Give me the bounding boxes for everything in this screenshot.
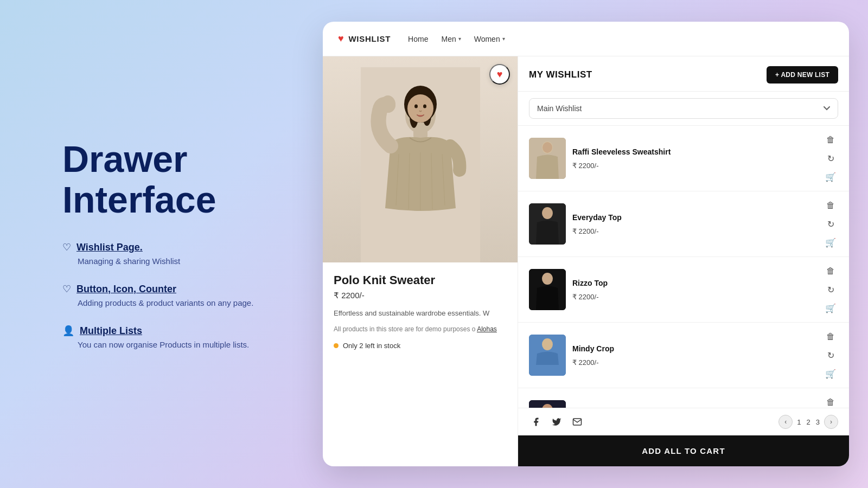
item-name-4: Mindy Crop bbox=[572, 344, 816, 353]
item-actions-1: 🗑 ↻ 🛒 bbox=[823, 132, 838, 184]
wishlist-item: Mindy Crop ₹ 2200/- 🗑 ↻ 🛒 bbox=[518, 323, 849, 388]
wishlist-select-wrapper: Main Wishlist Favorites Later bbox=[518, 92, 849, 126]
feature-title-2[interactable]: Button, Icon, Counter bbox=[76, 284, 176, 295]
wishlist-social-bar: ‹ 1 2 3 › bbox=[518, 408, 849, 435]
page-2[interactable]: 2 bbox=[806, 418, 812, 426]
heart-logo-icon: ♥ bbox=[338, 33, 344, 44]
svg-point-17 bbox=[542, 142, 552, 153]
delete-item-2-button[interactable]: 🗑 bbox=[823, 198, 838, 213]
nav-link-men[interactable]: Men ▾ bbox=[441, 35, 461, 43]
feature-list: ♡ Wishlist Page. Managing & sharing Wish… bbox=[62, 241, 290, 349]
item-price-2: ₹ 2200/- bbox=[572, 227, 816, 235]
wishlist-item: Raffi Sleeveless Sweatshirt ₹ 2200/- 🗑 ↻… bbox=[518, 126, 849, 191]
main-title: Drawer Interface bbox=[62, 139, 290, 220]
delete-item-4-button[interactable]: 🗑 bbox=[823, 329, 838, 344]
cart-item-4-button[interactable]: 🛒 bbox=[823, 366, 838, 381]
feature-title-3[interactable]: Multiple Lists bbox=[80, 325, 142, 337]
refresh-item-4-button[interactable]: ↻ bbox=[823, 348, 838, 363]
product-note-link[interactable]: Alohas bbox=[477, 325, 497, 333]
wishlist-title: MY WISHLIST bbox=[529, 69, 592, 80]
content-area: ♥ Polo Knit Sweater ₹ 2200/- Effortless … bbox=[323, 56, 849, 466]
wishlist-heart-button[interactable]: ♥ bbox=[489, 64, 510, 85]
product-panel: ♥ Polo Knit Sweater ₹ 2200/- Effortless … bbox=[323, 56, 518, 466]
nav-link-home[interactable]: Home bbox=[408, 35, 428, 43]
nav-link-women[interactable]: Women ▾ bbox=[474, 35, 505, 43]
feature-desc-2: Adding products & product variants on an… bbox=[78, 298, 290, 307]
refresh-item-2-button[interactable]: ↻ bbox=[823, 216, 838, 232]
feature-title-1[interactable]: Wishlist Page. bbox=[76, 242, 143, 253]
stock-text: Only 2 left in stock bbox=[343, 342, 400, 350]
product-info: Polo Knit Sweater ₹ 2200/- Effortless an… bbox=[323, 262, 518, 466]
feature-item-button: ♡ Button, Icon, Counter Adding products … bbox=[62, 283, 290, 307]
delete-item-1-button[interactable]: 🗑 bbox=[823, 132, 838, 147]
wishlist-panel: MY WISHLIST + ADD NEW LIST Main Wishlist… bbox=[518, 56, 849, 466]
cart-item-1-button[interactable]: 🛒 bbox=[823, 169, 838, 184]
svg-point-3 bbox=[380, 95, 395, 113]
svg-point-8 bbox=[414, 105, 418, 108]
svg-point-26 bbox=[542, 339, 552, 350]
svg-point-7 bbox=[407, 94, 433, 123]
page-3[interactable]: 3 bbox=[815, 418, 821, 426]
item-name-2: Everyday Top bbox=[572, 213, 816, 222]
item-thumbnail-1 bbox=[529, 138, 566, 179]
feature-item-wishlist: ♡ Wishlist Page. Managing & sharing Wish… bbox=[62, 241, 290, 266]
delete-item-5-button[interactable]: 🗑 bbox=[823, 395, 838, 408]
product-description: Effortless and sustainable wardrobe esse… bbox=[334, 308, 507, 319]
feature-desc-3: You can now organise Products in multipl… bbox=[78, 340, 290, 349]
cart-item-3-button[interactable]: 🛒 bbox=[823, 300, 838, 316]
item-thumbnail-3 bbox=[529, 269, 566, 310]
pagination: ‹ 1 2 3 › bbox=[778, 415, 838, 429]
svg-point-20 bbox=[542, 208, 552, 219]
nav-links: Home Men ▾ Women ▾ bbox=[408, 35, 834, 43]
item-name-1: Raffi Sleeveless Sweatshirt bbox=[572, 147, 816, 156]
item-actions-2: 🗑 ↻ 🛒 bbox=[823, 198, 838, 250]
item-details-3: Rizzo Top ₹ 2200/- bbox=[572, 279, 816, 301]
twitter-icon[interactable] bbox=[550, 415, 564, 429]
page-1[interactable]: 1 bbox=[796, 418, 802, 426]
social-icons bbox=[529, 415, 584, 429]
svg-point-23 bbox=[542, 273, 552, 284]
ui-card: ♥ WISHLIST Home Men ▾ Women ▾ bbox=[323, 22, 849, 466]
item-actions-4: 🗑 ↻ 🛒 bbox=[823, 329, 838, 381]
wishlist-item: Tasha Top ₹ 2200/- 🗑 ↻ 🛒 bbox=[518, 388, 849, 408]
item-actions-3: 🗑 ↻ 🛒 bbox=[823, 264, 838, 316]
product-note: All products in this store are for demo … bbox=[334, 325, 507, 333]
refresh-item-3-button[interactable]: ↻ bbox=[823, 282, 838, 297]
refresh-item-1-button[interactable]: ↻ bbox=[823, 151, 838, 166]
nav-logo-text: WISHLIST bbox=[348, 34, 391, 43]
cart-item-2-button[interactable]: 🛒 bbox=[823, 235, 838, 250]
facebook-icon[interactable] bbox=[529, 415, 543, 429]
wishlist-items: Raffi Sleeveless Sweatshirt ₹ 2200/- 🗑 ↻… bbox=[518, 126, 849, 408]
prev-page-button[interactable]: ‹ bbox=[778, 415, 793, 429]
wishlist-footer: ‹ 1 2 3 › ADD ALL TO CART bbox=[518, 408, 849, 466]
item-details-1: Raffi Sleeveless Sweatshirt ₹ 2200/- bbox=[572, 147, 816, 170]
stock-dot-icon bbox=[334, 343, 339, 348]
nav-bar: ♥ WISHLIST Home Men ▾ Women ▾ bbox=[323, 22, 849, 56]
product-figure-svg bbox=[361, 67, 480, 262]
product-image bbox=[323, 56, 518, 262]
left-panel: Drawer Interface ♡ Wishlist Page. Managi… bbox=[19, 106, 323, 382]
delete-item-3-button[interactable]: 🗑 bbox=[823, 264, 838, 279]
heart-outline-icon-2: ♡ bbox=[62, 283, 71, 295]
svg-rect-2 bbox=[413, 128, 427, 138]
item-details-2: Everyday Top ₹ 2200/- bbox=[572, 213, 816, 235]
next-page-button[interactable]: › bbox=[824, 415, 838, 429]
add-all-to-cart-button[interactable]: ADD ALL TO CART bbox=[518, 435, 849, 466]
item-price-1: ₹ 2200/- bbox=[572, 162, 816, 170]
feature-item-multiple: 👤 Multiple Lists You can now organise Pr… bbox=[62, 325, 290, 349]
email-icon[interactable] bbox=[570, 415, 584, 429]
item-thumbnail-4 bbox=[529, 335, 566, 376]
product-price: ₹ 2200/- bbox=[334, 291, 507, 300]
item-name-3: Rizzo Top bbox=[572, 279, 816, 287]
user-icon: 👤 bbox=[62, 325, 74, 337]
wishlist-header: MY WISHLIST + ADD NEW LIST bbox=[518, 56, 849, 92]
item-price-3: ₹ 2200/- bbox=[572, 293, 816, 301]
item-actions-5: 🗑 ↻ 🛒 bbox=[823, 395, 838, 408]
feature-desc-1: Managing & sharing Wishlist bbox=[78, 256, 290, 266]
wishlist-select[interactable]: Main Wishlist Favorites Later bbox=[529, 98, 838, 119]
item-thumbnail-2 bbox=[529, 203, 566, 245]
wishlist-item: Everyday Top ₹ 2200/- 🗑 ↻ 🛒 bbox=[518, 191, 849, 257]
chevron-down-icon-men: ▾ bbox=[458, 36, 461, 42]
svg-point-9 bbox=[423, 105, 426, 108]
add-new-list-button[interactable]: + ADD NEW LIST bbox=[767, 66, 838, 84]
